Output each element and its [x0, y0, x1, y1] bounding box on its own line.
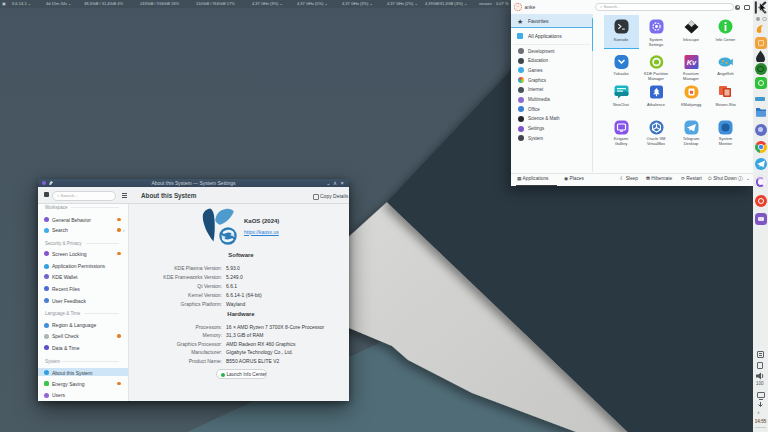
- svg-text:Kv: Kv: [686, 58, 696, 67]
